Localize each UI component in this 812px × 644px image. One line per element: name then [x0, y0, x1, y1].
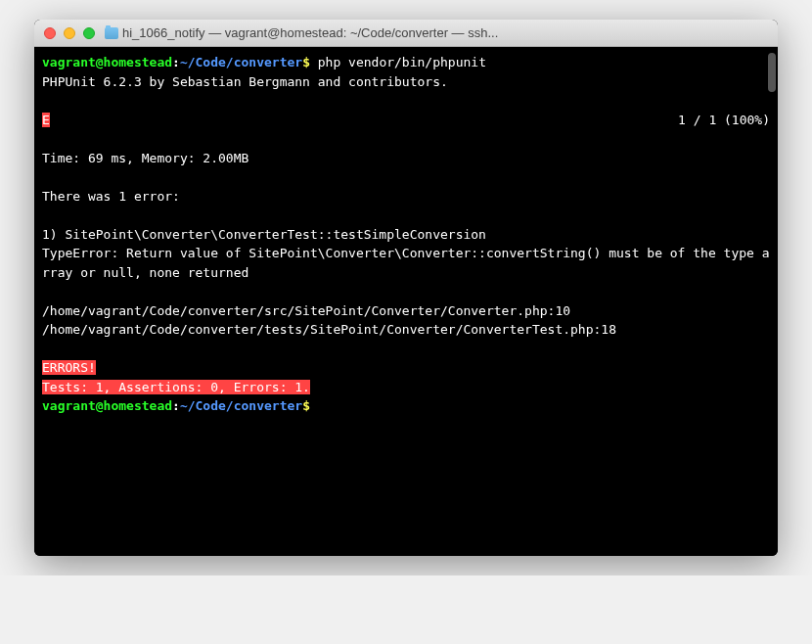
prompt-sep: : — [172, 398, 180, 413]
folder-icon — [105, 27, 118, 39]
phpunit-version: PHPUnit 6.2.3 by Sebastian Bergmann and … — [42, 74, 448, 89]
traffic-lights — [44, 27, 95, 39]
prompt-user-host: vagrant@homestead — [42, 55, 172, 69]
window-title-text: hi_1066_notify — vagrant@homestead: ~/Co… — [122, 25, 498, 40]
prompt-path: ~/Code/converter — [180, 398, 302, 413]
prompt-user-host: vagrant@homestead — [42, 398, 172, 413]
scrollbar-thumb[interactable] — [768, 53, 776, 92]
summary-line: Tests: 1, Assertions: 0, Errors: 1. — [42, 380, 310, 394]
status-error-marker: E — [42, 113, 50, 127]
prompt-path: ~/Code/converter — [180, 55, 302, 69]
minimize-button[interactable] — [64, 27, 75, 39]
maximize-button[interactable] — [83, 27, 95, 39]
command-text: php vendor/bin/phpunit — [318, 55, 486, 69]
trace-line-1: /home/vagrant/Code/converter/src/SitePoi… — [42, 303, 570, 318]
error-detail: TypeError: Return value of SitePoint\Con… — [42, 246, 770, 280]
time-memory: Time: 69 ms, Memory: 2.00MB — [42, 151, 248, 165]
trace-line-2: /home/vagrant/Code/converter/tests/SiteP… — [42, 322, 616, 337]
title-bar[interactable]: hi_1066_notify — vagrant@homestead: ~/Co… — [34, 20, 778, 47]
terminal-window: hi_1066_notify — vagrant@homestead: ~/Co… — [34, 20, 778, 556]
window-title: hi_1066_notify — vagrant@homestead: ~/Co… — [105, 25, 768, 40]
terminal-body[interactable]: vagrant@homestead:~/Code/converter$ php … — [34, 47, 778, 556]
progress-count: 1 / 1 (100%) — [678, 111, 770, 130]
error-item: 1) SitePoint\Converter\ConverterTest::te… — [42, 227, 486, 242]
close-button[interactable] — [44, 27, 56, 39]
prompt-symbol: $ — [302, 55, 310, 69]
prompt-sep: : — [172, 55, 180, 69]
errors-banner: ERRORS! — [42, 360, 96, 375]
prompt-symbol: $ — [302, 398, 310, 413]
error-header: There was 1 error: — [42, 189, 180, 204]
